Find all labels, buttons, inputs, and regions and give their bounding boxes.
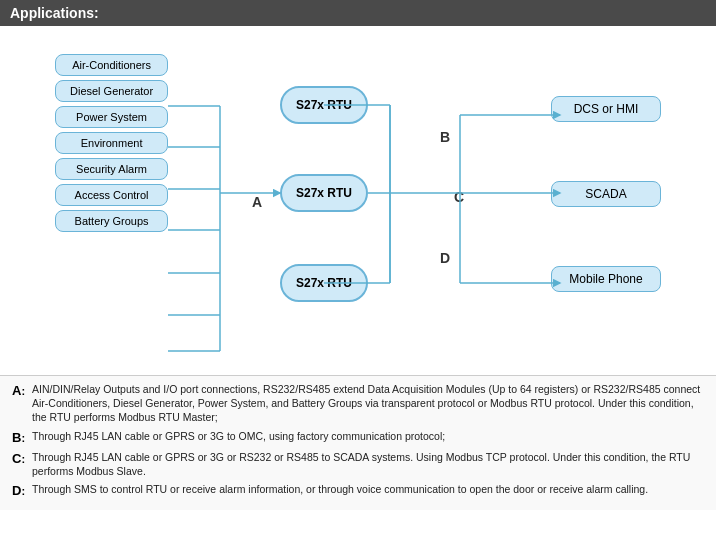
output-dcs-hmi: DCS or HMI: [551, 96, 661, 122]
left-device-list: Air-Conditioners Diesel Generator Power …: [55, 54, 168, 232]
header-bar: Applications:: [0, 0, 716, 26]
device-power-system: Power System: [55, 106, 168, 128]
device-battery-groups: Battery Groups: [55, 210, 168, 232]
descriptions-area: A: AIN/DIN/Relay Outputs and I/O port co…: [0, 376, 716, 510]
rtu-box-1: S27x RTU: [280, 86, 368, 124]
device-environment: Environment: [55, 132, 168, 154]
device-diesel-generator: Diesel Generator: [55, 80, 168, 102]
header-title: Applications:: [10, 5, 99, 21]
diagram-area: Air-Conditioners Diesel Generator Power …: [0, 26, 716, 376]
desc-label-d: D:: [12, 482, 28, 500]
desc-text-d: Through SMS to control RTU or receive al…: [32, 482, 648, 500]
desc-label-c: C:: [12, 450, 28, 478]
device-access-control: Access Control: [55, 184, 168, 206]
desc-text-b: Through RJ45 LAN cable or GPRS or 3G to …: [32, 429, 445, 447]
desc-item-d: D: Through SMS to control RTU or receive…: [12, 482, 704, 500]
label-a: A: [252, 194, 262, 210]
output-scada: SCADA: [551, 181, 661, 207]
device-security-alarm: Security Alarm: [55, 158, 168, 180]
rtu-box-2: S27x RTU: [280, 174, 368, 212]
label-c: C: [454, 189, 464, 205]
output-mobile-phone: Mobile Phone: [551, 266, 661, 292]
desc-label-a: A:: [12, 382, 28, 425]
rtu-box-3: S27x RTU: [280, 264, 368, 302]
device-air-conditioners: Air-Conditioners: [55, 54, 168, 76]
desc-item-b: B: Through RJ45 LAN cable or GPRS or 3G …: [12, 429, 704, 447]
desc-item-c: C: Through RJ45 LAN cable or GPRS or 3G …: [12, 450, 704, 478]
desc-text-a: AIN/DIN/Relay Outputs and I/O port conne…: [32, 382, 704, 425]
desc-item-a: A: AIN/DIN/Relay Outputs and I/O port co…: [12, 382, 704, 425]
label-d: D: [440, 250, 450, 266]
desc-text-c: Through RJ45 LAN cable or GPRS or 3G or …: [32, 450, 704, 478]
desc-label-b: B:: [12, 429, 28, 447]
label-b: B: [440, 129, 450, 145]
